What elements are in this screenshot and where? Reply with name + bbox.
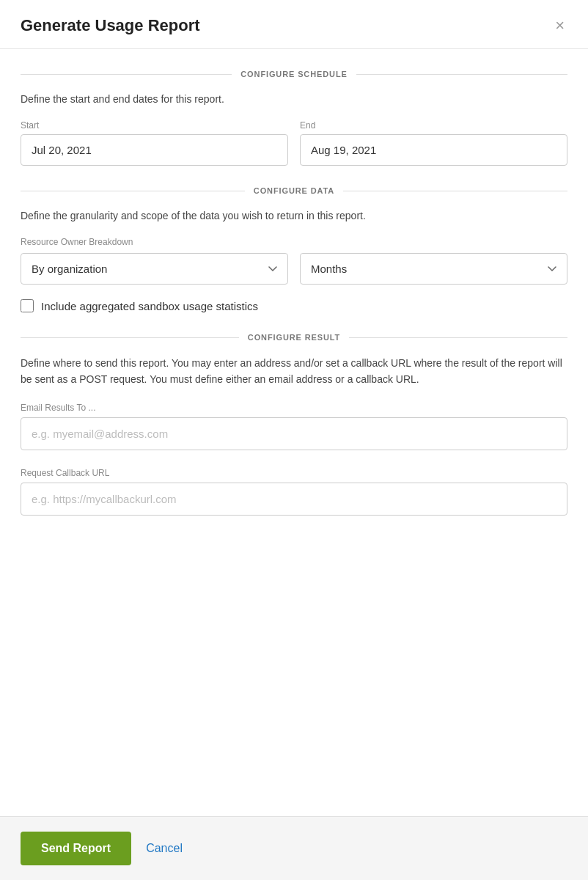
breakdown-field: By organization By user By team (21, 253, 288, 285)
modal-body: CONFIGURE SCHEDULE Define the start and … (0, 49, 588, 816)
data-section-label: CONFIGURE DATA (254, 186, 334, 195)
breakdown-label: Resource Owner Breakdown (21, 237, 567, 247)
result-description: Define where to send this report. You ma… (21, 355, 567, 388)
send-report-button[interactable]: Send Report (21, 832, 131, 865)
cancel-button[interactable]: Cancel (146, 842, 183, 855)
end-date-field: End (300, 120, 567, 166)
generate-usage-report-modal: Generate Usage Report × CONFIGURE SCHEDU… (0, 0, 588, 880)
breakdown-select[interactable]: By organization By user By team (21, 253, 288, 285)
email-input[interactable] (21, 417, 567, 450)
period-field: Months Days Weeks (300, 253, 567, 285)
divider-line-right (356, 74, 567, 75)
end-label: End (300, 120, 567, 131)
sandbox-checkbox[interactable] (21, 299, 34, 312)
schedule-section-divider: CONFIGURE SCHEDULE (21, 70, 567, 78)
date-row: Start End (21, 120, 567, 166)
modal-title: Generate Usage Report (21, 16, 200, 35)
modal-footer: Send Report Cancel (0, 816, 588, 880)
callback-input[interactable] (21, 483, 567, 516)
modal-header: Generate Usage Report × (0, 0, 588, 49)
result-section-label: CONFIGURE RESULT (248, 333, 340, 342)
schedule-description: Define the start and end dates for this … (21, 92, 567, 107)
start-label: Start (21, 120, 288, 131)
period-select[interactable]: Months Days Weeks (300, 253, 567, 285)
divider-line-right2 (343, 191, 567, 191)
dropdown-row: By organization By user By team Months D… (21, 253, 567, 285)
callback-field-group: Request Callback URL (21, 468, 567, 516)
divider-line-left (21, 74, 232, 75)
divider-line-right3 (349, 337, 567, 338)
start-date-field: Start (21, 120, 288, 166)
close-button[interactable]: × (552, 18, 567, 34)
start-date-input[interactable] (21, 134, 288, 166)
callback-label: Request Callback URL (21, 468, 567, 478)
data-description: Define the granularity and scope of the … (21, 208, 567, 224)
result-section-divider: CONFIGURE RESULT (21, 333, 567, 342)
email-field-group: Email Results To ... (21, 403, 567, 450)
email-label: Email Results To ... (21, 403, 567, 413)
sandbox-checkbox-label: Include aggregated sandbox usage statist… (41, 300, 258, 312)
checkbox-row: Include aggregated sandbox usage statist… (21, 299, 567, 312)
data-section-divider: CONFIGURE DATA (21, 186, 567, 195)
end-date-input[interactable] (300, 134, 567, 166)
schedule-section-label: CONFIGURE SCHEDULE (240, 70, 347, 78)
divider-line-left3 (21, 337, 239, 338)
divider-line-left2 (21, 191, 245, 191)
